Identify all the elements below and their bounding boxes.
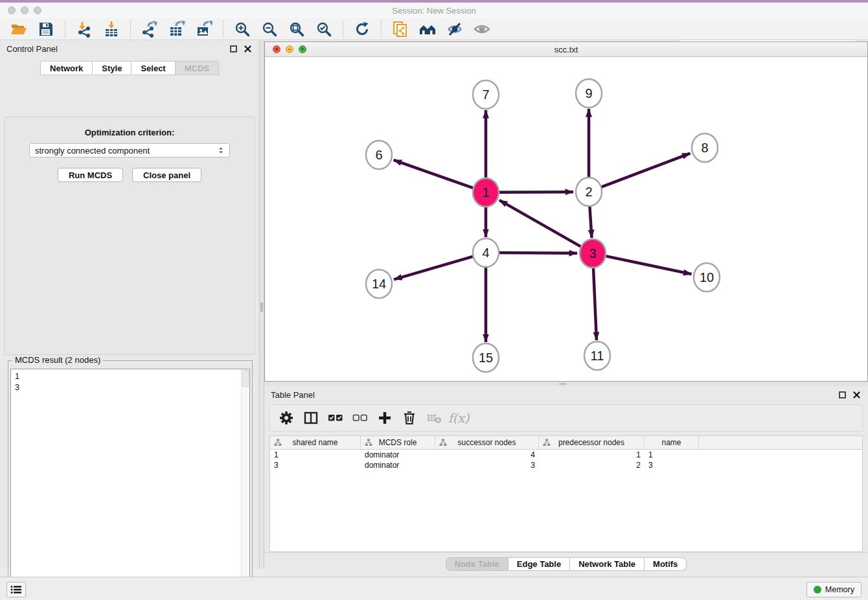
node-table[interactable]: shared nameMCDS rolesuccessor nodesprede… [269,435,863,552]
cell-successor-nodes[interactable]: 3 [435,460,539,470]
table-settings-icon[interactable] [277,408,296,428]
result-scrollbar[interactable] [241,369,249,600]
svg-text:10: 10 [700,270,714,284]
column-header-name[interactable]: name [645,436,699,449]
cell-predecessor-nodes[interactable]: 1 [539,450,645,460]
edge-1-2[interactable] [499,192,573,192]
run-mcds-button[interactable]: Run MCDS [58,168,123,182]
tab-select[interactable]: Select [131,61,175,75]
edge-1-6[interactable] [394,160,474,188]
horizontal-splitter[interactable] [264,382,868,386]
node-2[interactable]: 2 [576,178,602,206]
float-table-panel-icon[interactable] [837,389,847,400]
close-panel-button[interactable]: Close panel [132,168,201,182]
zoom-selected-icon[interactable] [315,21,333,38]
node-11[interactable]: 11 [584,341,610,370]
cell-MCDS-role[interactable]: dominator [361,460,435,470]
memory-label: Memory [825,585,854,594]
mcds-result-textarea[interactable]: 1 3 [10,369,250,600]
import-table-icon[interactable] [102,21,120,38]
edge-4-3[interactable] [499,253,577,253]
export-network-icon[interactable] [141,21,159,38]
edge-3-1[interactable] [499,200,582,247]
select-all-columns-icon[interactable] [326,408,345,428]
function-builder-icon: f(x) [449,408,468,428]
node-8[interactable]: 8 [692,133,718,162]
show-graphics-details-icon[interactable] [473,21,491,38]
zoom-in-icon[interactable] [233,21,251,38]
tab-motifs[interactable]: Motifs [645,557,687,571]
table-row[interactable]: 3dominator323 [270,460,862,470]
node-10[interactable]: 10 [694,263,720,292]
tab-edge-table[interactable]: Edge Table [508,557,570,571]
delete-columns-icon[interactable] [400,408,419,428]
node-9[interactable]: 9 [576,79,602,108]
export-image-icon[interactable] [195,21,213,38]
edge-4-14[interactable] [394,257,474,280]
edge-3-11[interactable] [593,266,597,340]
edge-2-3[interactable] [589,205,591,238]
refresh-network-icon[interactable] [353,21,371,38]
list-icon [10,585,22,594]
float-panel-icon[interactable] [228,43,238,54]
node-3[interactable]: 3 [580,239,606,268]
node-7[interactable]: 7 [473,80,499,109]
table-toolbar: f(x) [269,404,863,432]
cell-predecessor-nodes[interactable]: 2 [539,460,645,470]
node-6[interactable]: 6 [366,141,392,169]
network-window-titlebar[interactable]: × − + scc.txt [265,42,867,57]
zoom-fit-icon[interactable] [288,21,306,38]
cell-shared-name[interactable]: 1 [270,450,361,460]
show-columns-icon[interactable] [301,408,321,428]
table-panel: Table Panel f(x) shared nameMCDS rolesuc… [264,386,868,577]
svg-text:3: 3 [589,246,596,260]
main-toolbar [0,18,868,40]
home-layout-icon[interactable] [418,21,437,38]
cell-MCDS-role[interactable]: dominator [361,450,435,460]
vertical-splitter[interactable] [259,40,264,569]
zoom-out-icon[interactable] [260,21,279,38]
export-table-icon[interactable] [168,21,186,38]
column-header-predecessor-nodes[interactable]: predecessor nodes [539,436,645,449]
edge-3-10[interactable] [606,256,692,274]
node-14[interactable]: 14 [366,270,392,298]
hide-graphics-details-icon[interactable] [446,21,464,38]
save-session-icon[interactable] [37,21,55,38]
svg-text:6: 6 [375,148,382,162]
optimization-criterion-select[interactable]: strongly connected component [29,143,230,157]
node-1[interactable]: 1 [473,178,499,207]
node-15[interactable]: 15 [473,343,499,372]
table-row[interactable]: 1dominator411 [270,450,862,460]
column-header-MCDS-role[interactable]: MCDS role [361,436,435,449]
import-network-icon[interactable] [75,21,93,38]
select-stepper-icon [218,146,224,155]
close-panel-icon[interactable] [242,43,253,54]
tab-style[interactable]: Style [93,61,131,75]
delete-table-icon [424,408,444,428]
create-column-icon[interactable] [375,408,394,428]
network-canvas[interactable]: 7968124314101511 [265,57,867,381]
svg-text:15: 15 [479,351,493,365]
column-header-shared-name[interactable]: shared name [270,436,361,449]
tab-network-table[interactable]: Network Table [570,557,645,571]
task-history-button[interactable] [6,582,26,597]
network-graph[interactable]: 7968124314101511 [265,57,867,381]
deselect-all-columns-icon[interactable] [350,408,370,428]
tab-node-table[interactable]: Node Table [446,557,508,571]
memory-button[interactable]: Memory [806,582,862,597]
toolbar-separator [343,21,343,38]
network-from-file-icon[interactable] [391,21,409,38]
mcds-result-title: MCDS result (2 nodes) [12,355,103,365]
close-table-panel-icon[interactable] [851,389,862,400]
cell-name[interactable]: 3 [645,460,699,470]
edge-2-8[interactable] [601,154,691,187]
cell-successor-nodes[interactable]: 4 [435,450,539,460]
tab-network[interactable]: Network [40,61,93,75]
node-4[interactable]: 4 [473,238,499,267]
memory-status-icon [814,586,821,594]
tab-mcds[interactable]: MCDS [176,61,219,75]
cell-name[interactable]: 1 [645,450,699,460]
column-header-successor-nodes[interactable]: successor nodes [435,436,539,449]
cell-shared-name[interactable]: 3 [270,460,361,470]
open-session-icon[interactable] [10,21,28,38]
